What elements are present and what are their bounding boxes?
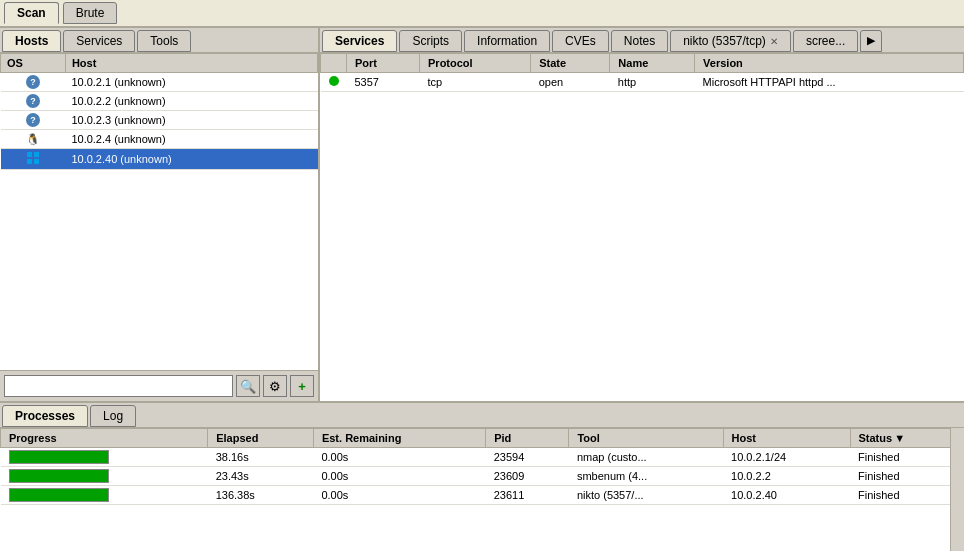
col-host: Host — [65, 54, 317, 73]
service-name: http — [610, 73, 695, 92]
tab-screen[interactable]: scree... — [793, 30, 858, 52]
tab-nikto-close[interactable]: ✕ — [770, 36, 778, 47]
svg-rect-2 — [27, 159, 32, 164]
process-tool: smbenum (4... — [569, 467, 723, 486]
process-est-remaining: 0.00s — [313, 448, 485, 467]
bottom-section: Processes Log Progress Elapsed Est. Rema… — [0, 403, 964, 551]
settings-button[interactable]: ⚙ — [263, 375, 287, 397]
host-search-input[interactable] — [4, 375, 233, 397]
process-table-row[interactable]: 136.38s0.00s23611nikto (5357/...10.0.2.4… — [1, 486, 964, 505]
host-table: OS Host ?10.0.2.1 (unknown)?10.0.2.2 (un… — [0, 53, 318, 170]
service-version: Microsoft HTTPAPI httpd ... — [695, 73, 964, 92]
tab-notes[interactable]: Notes — [611, 30, 668, 52]
process-tool: nmap (custo... — [569, 448, 723, 467]
host-name-cell: 10.0.2.3 (unknown) — [65, 111, 317, 130]
host-table-container: OS Host ?10.0.2.1 (unknown)?10.0.2.2 (un… — [0, 53, 318, 370]
tab-processes[interactable]: Processes — [2, 405, 88, 427]
col-pid: Pid — [486, 429, 569, 448]
process-host: 10.0.2.40 — [723, 486, 850, 505]
process-elapsed: 136.38s — [208, 486, 314, 505]
host-os-cell: ? — [1, 73, 66, 92]
process-est-remaining: 0.00s — [313, 467, 485, 486]
host-table-row[interactable]: 10.0.2.40 (unknown) — [1, 149, 318, 170]
col-host: Host — [723, 429, 850, 448]
left-panel: Hosts Services Tools OS Host ?10.0.2.1 (… — [0, 28, 320, 401]
process-est-remaining: 0.00s — [313, 486, 485, 505]
unknown-os-icon: ? — [26, 113, 40, 125]
col-protocol: Protocol — [420, 54, 531, 73]
host-table-row[interactable]: ?10.0.2.2 (unknown) — [1, 92, 318, 111]
progress-bar-container — [9, 488, 109, 502]
process-status: Finished — [850, 448, 964, 467]
unknown-os-icon: ? — [26, 94, 40, 106]
host-os-cell: ? — [1, 111, 66, 130]
top-tab-bar: Scan Brute — [0, 0, 964, 28]
host-name-cell: 10.0.2.1 (unknown) — [65, 73, 317, 92]
right-panel: Services Scripts Information CVEs Notes … — [320, 28, 964, 401]
tab-brute[interactable]: Brute — [63, 2, 118, 24]
progress-bar-fill — [10, 451, 108, 463]
tab-services-right[interactable]: Services — [322, 30, 397, 52]
process-progress-cell — [1, 448, 208, 467]
svg-rect-0 — [27, 152, 32, 157]
col-port: Port — [347, 54, 420, 73]
main-container: Hosts Services Tools OS Host ?10.0.2.1 (… — [0, 28, 964, 551]
col-os: OS — [1, 54, 66, 73]
status-dropdown-icon: ▼ — [894, 432, 905, 444]
svg-rect-1 — [34, 152, 39, 157]
processes-table: Progress Elapsed Est. Remaining Pid Tool… — [0, 428, 964, 505]
host-os-cell — [1, 149, 66, 170]
status-dropdown[interactable]: Status ▼ — [859, 432, 956, 444]
tab-cves[interactable]: CVEs — [552, 30, 609, 52]
unknown-os-icon: ? — [26, 75, 40, 87]
host-name-cell: 10.0.2.40 (unknown) — [65, 149, 317, 170]
process-tool: nikto (5357/... — [569, 486, 723, 505]
progress-bar-container — [9, 450, 109, 464]
process-table-row[interactable]: 23.43s0.00s23609smbenum (4...10.0.2.2Fin… — [1, 467, 964, 486]
service-status-dot — [321, 73, 347, 92]
open-status-dot — [329, 76, 339, 86]
left-toolbar: 🔍 ⚙ + — [0, 370, 318, 401]
col-status: Status ▼ — [850, 429, 964, 448]
service-table-row[interactable]: 5357tcpopenhttpMicrosoft HTTPAPI httpd .… — [321, 73, 964, 92]
tab-more-button[interactable]: ▶ — [860, 30, 882, 52]
left-tab-bar: Hosts Services Tools — [0, 28, 318, 53]
process-table-row[interactable]: 38.16s0.00s23594nmap (custo...10.0.2.1/2… — [1, 448, 964, 467]
linux-icon: 🐧 — [26, 132, 40, 146]
search-button[interactable]: 🔍 — [236, 375, 260, 397]
col-state: State — [531, 54, 610, 73]
process-pid: 23594 — [486, 448, 569, 467]
col-version: Version — [695, 54, 964, 73]
add-host-button[interactable]: + — [290, 375, 314, 397]
process-elapsed: 23.43s — [208, 467, 314, 486]
tab-log[interactable]: Log — [90, 405, 136, 427]
tab-nikto[interactable]: nikto (5357/tcp) ✕ — [670, 30, 791, 52]
tab-information[interactable]: Information — [464, 30, 550, 52]
windows-icon — [26, 151, 40, 165]
col-progress: Progress — [1, 429, 208, 448]
tab-scripts[interactable]: Scripts — [399, 30, 462, 52]
tab-hosts[interactable]: Hosts — [2, 30, 61, 52]
process-pid: 23611 — [486, 486, 569, 505]
progress-bar-fill — [10, 489, 108, 501]
service-port: 5357 — [347, 73, 420, 92]
host-table-row[interactable]: 🐧10.0.2.4 (unknown) — [1, 130, 318, 149]
processes-table-container: Progress Elapsed Est. Remaining Pid Tool… — [0, 428, 964, 551]
host-table-row[interactable]: ?10.0.2.1 (unknown) — [1, 73, 318, 92]
service-state: open — [531, 73, 610, 92]
vertical-scrollbar[interactable] — [950, 428, 964, 551]
host-os-cell: ? — [1, 92, 66, 111]
process-pid: 23609 — [486, 467, 569, 486]
tab-tools[interactable]: Tools — [137, 30, 191, 52]
tab-scan[interactable]: Scan — [4, 2, 59, 24]
top-section: Hosts Services Tools OS Host ?10.0.2.1 (… — [0, 28, 964, 403]
tab-services-left[interactable]: Services — [63, 30, 135, 52]
col-status-indicator — [321, 54, 347, 73]
col-tool: Tool — [569, 429, 723, 448]
col-est-remaining: Est. Remaining — [313, 429, 485, 448]
bottom-tab-bar: Processes Log — [0, 403, 964, 428]
process-host: 10.0.2.1/24 — [723, 448, 850, 467]
host-table-row[interactable]: ?10.0.2.3 (unknown) — [1, 111, 318, 130]
progress-bar-container — [9, 469, 109, 483]
services-table: Port Protocol State Name Version 5357tcp… — [320, 53, 964, 92]
